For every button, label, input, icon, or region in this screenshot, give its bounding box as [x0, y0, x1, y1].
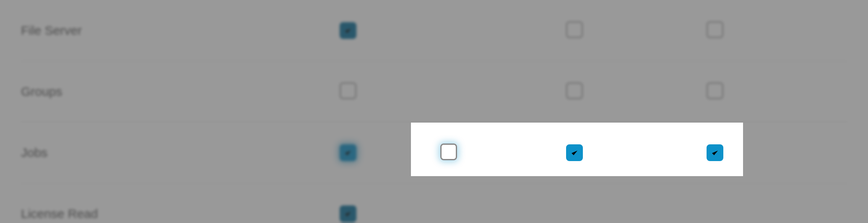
permission-cell [323, 61, 440, 122]
table-row: Groups [21, 61, 847, 122]
permission-label: File Server [21, 23, 82, 37]
permission-cell [440, 0, 549, 61]
checkmark-icon [710, 148, 720, 158]
permission-cell [323, 122, 440, 183]
permission-cell [675, 122, 847, 183]
permission-label: Jobs [21, 146, 47, 159]
permission-cell [549, 0, 675, 61]
permissions-table: File ServerGroupsJobsLicense Read [21, 0, 847, 223]
permission-checkbox-row2-col0[interactable] [340, 144, 356, 161]
permission-cell [440, 183, 549, 223]
permission-cell [440, 61, 549, 122]
checkmark-icon [343, 209, 353, 219]
permission-cell [675, 0, 847, 61]
table-row: License Read [21, 183, 847, 223]
permission-checkbox-row0-col0[interactable] [340, 22, 356, 39]
permission-cell [675, 61, 847, 122]
checkmark-icon [343, 148, 353, 158]
checkmark-icon [343, 26, 353, 36]
permission-checkbox-row3-col0[interactable] [340, 205, 356, 222]
permission-cell [323, 0, 440, 61]
table-row: File Server [21, 0, 847, 61]
permission-checkbox-row2-col2[interactable] [566, 144, 583, 161]
permission-cell [549, 183, 675, 223]
permission-label: License Read [21, 207, 98, 220]
permissions-table-section: File ServerGroupsJobsLicense Read [0, 0, 868, 223]
permission-checkbox-row0-col2[interactable] [566, 21, 583, 38]
permission-checkbox-row0-col3[interactable] [707, 21, 723, 38]
permission-cell [549, 122, 675, 183]
permission-cell [675, 183, 847, 223]
permission-label: Groups [21, 85, 62, 98]
permission-checkbox-row1-col2[interactable] [566, 82, 583, 99]
permission-checkbox-row2-col3[interactable] [707, 144, 723, 161]
permission-cell [549, 61, 675, 122]
permission-checkbox-row1-col3[interactable] [707, 82, 723, 99]
permission-checkbox-row1-col0[interactable] [340, 82, 356, 99]
permission-cell [440, 122, 549, 183]
permission-cell [323, 183, 440, 223]
permission-checkbox-row2-col1[interactable] [440, 144, 457, 160]
checkmark-icon [569, 148, 580, 158]
table-row: Jobs [21, 122, 847, 183]
